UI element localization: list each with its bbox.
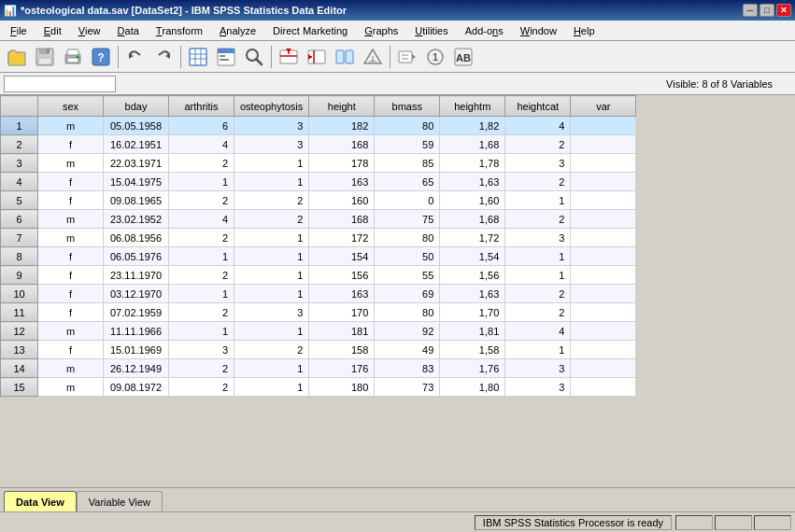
- maximize-button[interactable]: □: [760, 4, 774, 17]
- value-labels-button[interactable]: [394, 44, 420, 70]
- cell-heightcat[interactable]: 1: [505, 266, 571, 285]
- cell-var[interactable]: [571, 135, 636, 154]
- cell-bday[interactable]: 23.02.1952: [104, 210, 169, 229]
- data-grid-scroll[interactable]: sex bday arthritis osteophytosis height …: [0, 95, 795, 424]
- table-row[interactable]: 11f07.02.195923170801,702: [1, 303, 636, 322]
- cell-bmass[interactable]: 80: [375, 229, 440, 247]
- cell-arthritis[interactable]: 2: [169, 154, 234, 173]
- cell-bday[interactable]: 15.01.1969: [104, 341, 169, 359]
- cell-heightcat[interactable]: 3: [505, 154, 571, 173]
- cell-bday[interactable]: 09.08.1965: [104, 191, 169, 210]
- cell-var[interactable]: [571, 322, 636, 341]
- cell-heightcat[interactable]: 2: [505, 173, 571, 191]
- cell-arthritis[interactable]: 3: [169, 341, 234, 359]
- cell-osteophytosis[interactable]: 3: [234, 135, 309, 154]
- cell-bday[interactable]: 26.12.1949: [104, 359, 169, 378]
- cell-height[interactable]: 176: [309, 359, 375, 378]
- cell-bday[interactable]: 05.05.1958: [104, 117, 169, 135]
- cell-osteophytosis[interactable]: 1: [234, 285, 309, 303]
- weight-cases-button[interactable]: [360, 44, 386, 70]
- menu-window[interactable]: Window: [512, 21, 565, 40]
- cell-height[interactable]: 163: [309, 173, 375, 191]
- cell-heightcat[interactable]: 4: [505, 117, 571, 135]
- cell-height[interactable]: 154: [309, 247, 375, 266]
- table-row[interactable]: 9f23.11.197021156551,561: [1, 266, 636, 285]
- cell-var[interactable]: [571, 173, 636, 191]
- table-row[interactable]: 12m11.11.196611181921,814: [1, 322, 636, 341]
- cell-sex[interactable]: m: [38, 378, 104, 397]
- cell-heightm[interactable]: 1,80: [440, 378, 505, 397]
- cell-bday[interactable]: 06.05.1976: [104, 247, 169, 266]
- cell-osteophytosis[interactable]: 1: [234, 266, 309, 285]
- redo-button[interactable]: [150, 44, 177, 70]
- cell-height[interactable]: 156: [309, 266, 375, 285]
- tab-variable-view[interactable]: Variable View: [77, 491, 163, 511]
- cell-reference-input[interactable]: [4, 76, 116, 92]
- cell-bday[interactable]: 22.03.1971: [104, 154, 169, 173]
- cell-height[interactable]: 181: [309, 322, 375, 341]
- split-file-button[interactable]: [332, 44, 358, 70]
- cell-var[interactable]: [571, 266, 636, 285]
- cell-heightcat[interactable]: 2: [505, 303, 571, 322]
- cell-bmass[interactable]: 59: [375, 135, 440, 154]
- cell-heightm[interactable]: 1,76: [440, 359, 505, 378]
- open-file-button[interactable]: [4, 44, 30, 70]
- cell-var[interactable]: [571, 359, 636, 378]
- table-row[interactable]: 8f06.05.197611154501,541: [1, 247, 636, 266]
- cell-osteophytosis[interactable]: 1: [234, 173, 309, 191]
- cell-heightm[interactable]: 1,63: [440, 173, 505, 191]
- table-row[interactable]: 1m05.05.195863182801,824: [1, 117, 636, 135]
- cell-arthritis[interactable]: 2: [169, 359, 234, 378]
- undo-button[interactable]: [122, 44, 149, 70]
- insert-variables-button[interactable]: [304, 44, 330, 70]
- cell-osteophytosis[interactable]: 3: [234, 117, 309, 135]
- cell-osteophytosis[interactable]: 1: [234, 322, 309, 341]
- save-button[interactable]: [32, 44, 58, 70]
- col-header-sex[interactable]: sex: [38, 96, 104, 117]
- table-row[interactable]: 14m26.12.194921176831,763: [1, 359, 636, 378]
- menu-transform[interactable]: Transform: [148, 21, 211, 40]
- close-button[interactable]: ✕: [776, 4, 791, 17]
- cell-arthritis[interactable]: 2: [169, 266, 234, 285]
- table-row[interactable]: 2f16.02.195143168591,682: [1, 135, 636, 154]
- use-sets-button[interactable]: 1: [422, 44, 448, 70]
- col-header-bday[interactable]: bday: [104, 96, 169, 117]
- cell-var[interactable]: [571, 247, 636, 266]
- cell-bmass[interactable]: 83: [375, 359, 440, 378]
- cell-bmass[interactable]: 65: [375, 173, 440, 191]
- cell-heightm[interactable]: 1,82: [440, 117, 505, 135]
- cell-bday[interactable]: 11.11.1966: [104, 322, 169, 341]
- cell-bday[interactable]: 03.12.1970: [104, 285, 169, 303]
- cell-bday[interactable]: 23.11.1970: [104, 266, 169, 285]
- cell-sex[interactable]: f: [38, 247, 104, 266]
- cell-height[interactable]: 180: [309, 378, 375, 397]
- cell-osteophytosis[interactable]: 2: [234, 191, 309, 210]
- cell-sex[interactable]: m: [38, 359, 104, 378]
- col-header-osteophytosis[interactable]: osteophytosis: [234, 96, 309, 117]
- cell-sex[interactable]: m: [38, 154, 104, 173]
- cell-osteophytosis[interactable]: 3: [234, 303, 309, 322]
- cell-arthritis[interactable]: 4: [169, 210, 234, 229]
- cell-heightm[interactable]: 1,68: [440, 135, 505, 154]
- cell-bday[interactable]: 16.02.1951: [104, 135, 169, 154]
- cell-heightm[interactable]: 1,68: [440, 210, 505, 229]
- col-header-arthritis[interactable]: arthritis: [169, 96, 234, 117]
- cell-bmass[interactable]: 50: [375, 247, 440, 266]
- col-header-heightm[interactable]: heightm: [440, 96, 505, 117]
- table-row[interactable]: 7m06.08.195621172801,723: [1, 229, 636, 247]
- cell-bmass[interactable]: 73: [375, 378, 440, 397]
- table-row[interactable]: 10f03.12.197011163691,632: [1, 285, 636, 303]
- cell-heightm[interactable]: 1,78: [440, 154, 505, 173]
- menu-view[interactable]: View: [70, 21, 109, 40]
- table-row[interactable]: 6m23.02.195242168751,682: [1, 210, 636, 229]
- cell-var[interactable]: [571, 154, 636, 173]
- cell-heightcat[interactable]: 1: [505, 191, 571, 210]
- cell-arthritis[interactable]: 4: [169, 135, 234, 154]
- print-button[interactable]: [60, 44, 86, 70]
- cell-var[interactable]: [571, 303, 636, 322]
- cell-height[interactable]: 158: [309, 341, 375, 359]
- cell-sex[interactable]: m: [38, 117, 104, 135]
- cell-var[interactable]: [571, 285, 636, 303]
- menu-graphs[interactable]: Graphs: [356, 21, 406, 40]
- table-row[interactable]: 5f09.08.19652216001,601: [1, 191, 636, 210]
